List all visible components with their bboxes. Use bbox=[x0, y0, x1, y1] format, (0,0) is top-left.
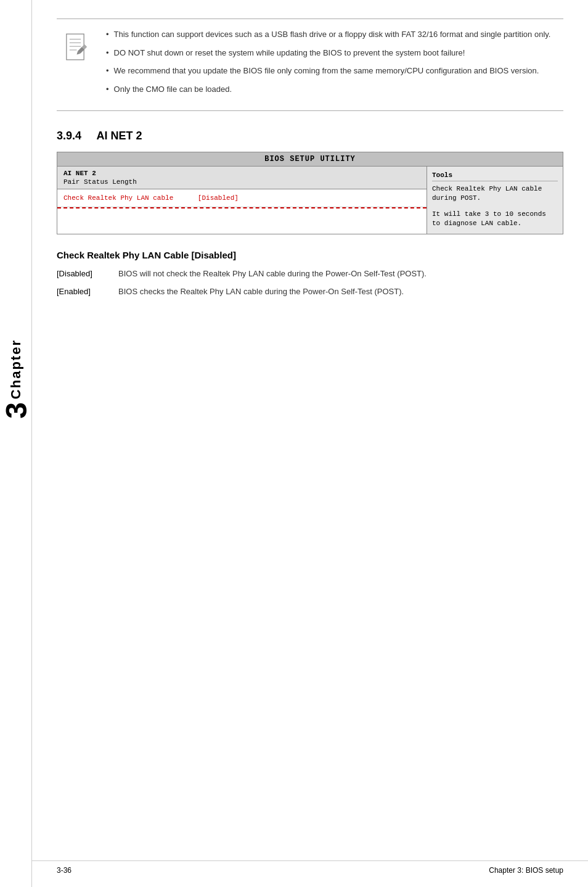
bios-dashed-border bbox=[57, 207, 427, 208]
bios-body: AI NET 2 Pair Status Length Check Realte… bbox=[57, 167, 563, 234]
chapter-label: Chapter bbox=[8, 339, 24, 399]
bios-item-label: Check Realtek Phy LAN cable bbox=[63, 194, 173, 202]
chapter-sidebar-content: Chapter 3 bbox=[0, 339, 32, 419]
bios-left-header: AI NET 2 Pair Status Length bbox=[57, 167, 427, 189]
section-number: 3.9.4 bbox=[57, 130, 81, 142]
bios-right-panel: Tools Check Realtek Phy LAN cable during… bbox=[427, 167, 563, 234]
note-item-1: This function can support devices such a… bbox=[106, 28, 563, 41]
bios-header: BIOS SETUP UTILITY bbox=[57, 152, 563, 167]
note-svg-icon bbox=[60, 31, 91, 62]
bios-right-tab: Tools bbox=[432, 171, 558, 181]
desc-label-enabled: [Enabled] bbox=[57, 286, 106, 298]
section-title: AI NET 2 bbox=[96, 130, 142, 142]
notes-section: This function can support devices such a… bbox=[57, 19, 563, 111]
chapter-number: 3 bbox=[0, 402, 33, 419]
description-item-disabled: [Disabled] BIOS will not check the Realt… bbox=[57, 268, 563, 280]
ai-net-title: AI NET 2 bbox=[63, 170, 420, 177]
note-item-2: DO NOT shut down or reset the system whi… bbox=[106, 47, 563, 59]
description-title: Check Realtek Phy LAN Cable [Disabled] bbox=[57, 250, 563, 260]
bios-left-panel: AI NET 2 Pair Status Length Check Realte… bbox=[57, 167, 427, 234]
column-headers: Pair Status Length bbox=[63, 178, 420, 186]
footer-chapter-text: Chapter 3: BIOS setup bbox=[489, 866, 563, 875]
chapter-sidebar: Chapter 3 bbox=[0, 0, 32, 887]
bios-utility-box: BIOS SETUP UTILITY AI NET 2 Pair Status … bbox=[57, 152, 563, 234]
bios-right-text1: Check Realtek Phy LAN cable during POST. bbox=[432, 184, 558, 204]
note-item-3: We recommend that you update the BIOS fi… bbox=[106, 65, 563, 77]
section-heading: 3.9.4 AI NET 2 bbox=[57, 130, 563, 142]
footer-page-number: 3-36 bbox=[57, 866, 71, 875]
description-section: Check Realtek Phy LAN Cable [Disabled] [… bbox=[57, 250, 563, 298]
page-container: Chapter 3 This function can support devi… bbox=[0, 0, 588, 887]
desc-text-enabled: BIOS checks the Realtek Phy LAN cable du… bbox=[118, 286, 563, 298]
main-content: This function can support devices such a… bbox=[32, 0, 588, 329]
description-item-enabled: [Enabled] BIOS checks the Realtek Phy LA… bbox=[57, 286, 563, 298]
notes-list: This function can support devices such a… bbox=[106, 28, 563, 101]
bios-left-item[interactable]: Check Realtek Phy LAN cable [Disabled] bbox=[57, 189, 427, 207]
page-footer: 3-36 Chapter 3: BIOS setup bbox=[32, 860, 588, 875]
desc-label-disabled: [Disabled] bbox=[57, 268, 106, 280]
note-item-4: Only the CMO file can be loaded. bbox=[106, 83, 563, 96]
bios-right-text2: It will take 3 to 10 seconds to diagnose… bbox=[432, 210, 558, 229]
bios-item-value: [Disabled] bbox=[198, 194, 239, 202]
note-icon bbox=[57, 28, 94, 65]
desc-text-disabled: BIOS will not check the Realtek Phy LAN … bbox=[118, 268, 563, 280]
